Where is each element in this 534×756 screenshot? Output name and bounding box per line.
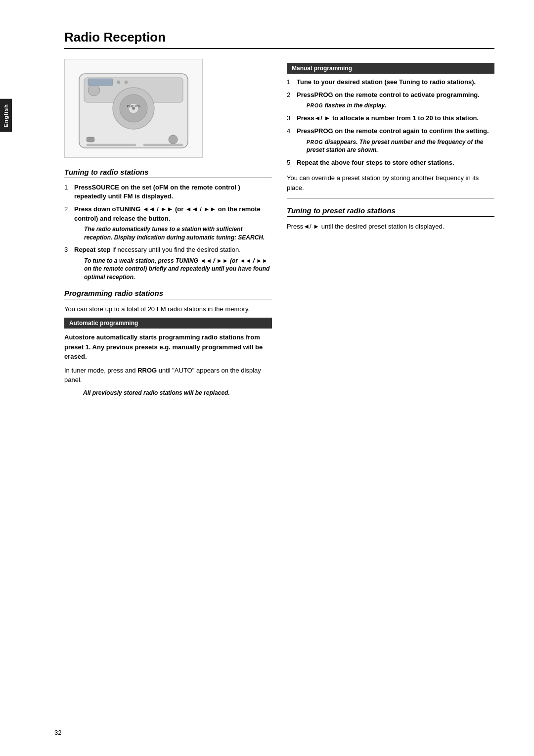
svg-point-12 (125, 81, 128, 84)
manual-prog-header: Manual programming (287, 63, 494, 74)
list-item: 3 Repeat step if necessary until you fin… (64, 245, 272, 282)
svg-point-9 (169, 135, 178, 144)
main-content: PHILIPS Tuning to radio stations (64, 59, 494, 397)
tuning-preset-text: Press◄/ ► until the desired preset stati… (287, 222, 494, 232)
list-item: 2 Press down oTUNING ◄◄ / ►► (or ◄◄ / ►►… (64, 205, 272, 241)
page-title: Radio Reception (64, 30, 494, 45)
page-number: 32 (54, 729, 61, 736)
weak-station-note: To tune to a weak station, press TUNING … (84, 257, 272, 282)
auto-prog-bold-text: Autostore automatically starts programmi… (64, 332, 272, 362)
list-item: 1 Tune to your desired station (see Tuni… (287, 78, 494, 87)
section-divider (287, 198, 494, 199)
right-column: Manual programming 1 Tune to your desire… (287, 59, 494, 397)
list-item: 2 PressPROG on the remote control to act… (287, 91, 494, 110)
left-column: PHILIPS Tuning to radio stations (64, 59, 272, 397)
programming-heading: Programming radio stations (64, 289, 272, 299)
manual-list: 1 Tune to your desired station (see Tuni… (287, 78, 494, 167)
svg-rect-14 (143, 144, 183, 146)
tuning-list: 1 PressSOURCE on the set (oFM on the rem… (64, 183, 272, 282)
device-image: PHILIPS (64, 59, 203, 158)
list-item: 4 PressPROG on the remote control again … (287, 127, 494, 154)
svg-text:PHILIPS: PHILIPS (127, 104, 140, 108)
svg-rect-13 (87, 144, 136, 146)
programming-intro: You can store up to a total of 20 FM rad… (64, 304, 272, 314)
tuning-heading: Tuning to radio stations (64, 168, 272, 178)
svg-point-11 (117, 81, 120, 84)
english-tab: English (0, 99, 12, 132)
tuning-preset-heading: Tuning to preset radio stations (287, 206, 494, 217)
list-item: 3 Press◄/ ► to allocate a number from 1 … (287, 114, 494, 123)
auto-prog-note: All previously stored radio stations wil… (83, 389, 272, 397)
auto-prog-header: Automatic programming (64, 318, 272, 329)
svg-rect-10 (88, 79, 113, 86)
override-text: You can override a preset station by sto… (287, 173, 494, 192)
title-divider (64, 48, 494, 49)
svg-rect-8 (87, 137, 94, 142)
auto-prog-text: In tuner mode, press and RROG until "AUT… (64, 366, 272, 385)
device-illustration: PHILIPS (69, 64, 198, 153)
tuning-preset-section: Tuning to preset radio stations Press◄/ … (287, 206, 494, 232)
list-item: 5 Repeat the above four steps to store o… (287, 158, 494, 167)
svg-point-2 (88, 84, 100, 96)
list-item: 1 PressSOURCE on the set (oFM on the rem… (64, 183, 272, 201)
page-container: English Radio Reception (0, 0, 534, 756)
